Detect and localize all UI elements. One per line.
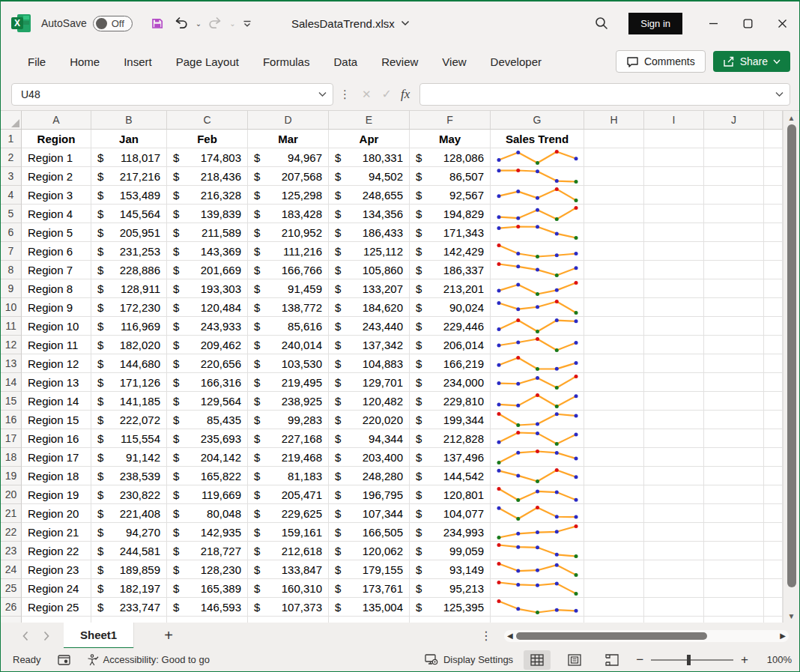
cell[interactable] — [764, 354, 783, 373]
scroll-left-icon[interactable]: ◀ — [507, 632, 513, 640]
row-header-3[interactable]: 3 — [1, 167, 22, 186]
cell[interactable] — [644, 485, 704, 504]
value-cell[interactable]: $212,618 — [248, 542, 329, 560]
cell[interactable] — [704, 504, 764, 523]
value-cell[interactable]: $119,669 — [167, 485, 248, 504]
cell[interactable] — [704, 467, 764, 485]
cell[interactable] — [704, 223, 764, 242]
value-cell[interactable]: $243,933 — [167, 317, 248, 336]
cell[interactable] — [644, 205, 704, 223]
cell[interactable] — [644, 317, 704, 336]
cell[interactable] — [764, 448, 783, 467]
row-header-7[interactable]: 7 — [1, 242, 22, 261]
value-cell[interactable]: $196,795 — [329, 485, 410, 504]
cell[interactable] — [764, 392, 783, 411]
cell[interactable] — [584, 205, 644, 223]
cell[interactable] — [644, 186, 704, 205]
header-cell-apr[interactable]: Apr — [329, 130, 410, 148]
cell[interactable] — [704, 261, 764, 279]
value-cell[interactable]: $137,496 — [410, 448, 491, 467]
region-cell[interactable]: Region 8 — [22, 279, 91, 298]
value-cell[interactable]: $94,270 — [91, 523, 167, 542]
value-cell[interactable]: $206,014 — [410, 336, 491, 354]
cell[interactable] — [644, 242, 704, 261]
cell[interactable] — [764, 205, 783, 223]
cell[interactable] — [584, 542, 644, 560]
value-cell[interactable]: $90,024 — [410, 298, 491, 317]
cell[interactable] — [584, 186, 644, 205]
value-cell[interactable]: $218,436 — [167, 167, 248, 186]
cell[interactable] — [584, 373, 644, 392]
value-cell[interactable]: $234,993 — [410, 523, 491, 542]
value-cell[interactable]: $94,967 — [248, 148, 329, 167]
cell[interactable] — [704, 579, 764, 598]
value-cell[interactable]: $128,911 — [91, 279, 167, 298]
cell[interactable] — [491, 617, 584, 623]
value-cell[interactable]: $227,168 — [248, 429, 329, 448]
row-header-4[interactable]: 4 — [1, 186, 22, 205]
cell[interactable] — [584, 261, 644, 279]
value-cell[interactable]: $107,344 — [329, 504, 410, 523]
scroll-down-icon[interactable]: ▼ — [784, 609, 799, 623]
row-header-9[interactable]: 9 — [1, 279, 22, 298]
value-cell[interactable]: $248,655 — [329, 186, 410, 205]
name-box[interactable]: U48 — [11, 83, 333, 106]
value-cell[interactable]: $248,280 — [329, 467, 410, 485]
region-cell[interactable]: Region 20 — [22, 504, 91, 523]
column-header-e[interactable]: E — [329, 111, 410, 130]
value-cell[interactable]: $93,149 — [410, 560, 491, 579]
cell[interactable] — [764, 504, 783, 523]
sparkline-cell[interactable] — [491, 354, 584, 373]
ribbon-tab-developer[interactable]: Developer — [482, 51, 551, 73]
cell[interactable] — [764, 167, 783, 186]
region-cell[interactable]: Region 19 — [22, 485, 91, 504]
cell[interactable] — [704, 373, 764, 392]
value-cell[interactable]: $166,505 — [329, 523, 410, 542]
value-cell[interactable]: $222,072 — [91, 411, 167, 429]
cell[interactable] — [764, 261, 783, 279]
value-cell[interactable]: $234,000 — [410, 373, 491, 392]
value-cell[interactable]: $94,502 — [329, 167, 410, 186]
row-header-2[interactable]: 2 — [1, 148, 22, 167]
sparkline-cell[interactable] — [491, 504, 584, 523]
value-cell[interactable]: $104,883 — [329, 354, 410, 373]
zoom-slider[interactable]: − + — [636, 653, 748, 668]
region-cell[interactable]: Region 1 — [22, 148, 91, 167]
cell[interactable] — [584, 598, 644, 617]
cell[interactable] — [704, 354, 764, 373]
cell[interactable] — [584, 223, 644, 242]
cell[interactable] — [410, 617, 491, 623]
row-header-23[interactable]: 23 — [1, 542, 22, 560]
region-cell[interactable]: Region 9 — [22, 298, 91, 317]
cell[interactable] — [644, 336, 704, 354]
cell[interactable] — [704, 523, 764, 542]
value-cell[interactable]: $115,554 — [91, 429, 167, 448]
value-cell[interactable]: $221,408 — [91, 504, 167, 523]
value-cell[interactable]: $160,310 — [248, 579, 329, 598]
cell[interactable] — [644, 523, 704, 542]
value-cell[interactable]: $120,484 — [167, 298, 248, 317]
search-icon[interactable] — [591, 13, 612, 34]
accessibility-status[interactable]: Accessibility: Good to go — [87, 654, 210, 666]
sparkline-cell[interactable] — [491, 598, 584, 617]
cell[interactable] — [704, 298, 764, 317]
cell[interactable] — [644, 167, 704, 186]
zoom-level[interactable]: 100% — [759, 654, 792, 665]
header-cell-mar[interactable]: Mar — [248, 130, 329, 148]
region-cell[interactable]: Region 14 — [22, 392, 91, 411]
row-header-5[interactable]: 5 — [1, 205, 22, 223]
share-button[interactable]: Share — [713, 51, 790, 72]
cell[interactable] — [764, 467, 783, 485]
value-cell[interactable]: $134,356 — [329, 205, 410, 223]
row-header-12[interactable]: 12 — [1, 336, 22, 354]
value-cell[interactable]: $159,161 — [248, 523, 329, 542]
value-cell[interactable]: $125,112 — [329, 242, 410, 261]
cell[interactable] — [764, 242, 783, 261]
normal-view-button[interactable] — [524, 650, 551, 670]
cell[interactable] — [584, 579, 644, 598]
value-cell[interactable]: $105,860 — [329, 261, 410, 279]
region-cell[interactable]: Region 15 — [22, 411, 91, 429]
value-cell[interactable]: $133,207 — [329, 279, 410, 298]
value-cell[interactable]: $118,017 — [91, 148, 167, 167]
value-cell[interactable]: $125,395 — [410, 598, 491, 617]
